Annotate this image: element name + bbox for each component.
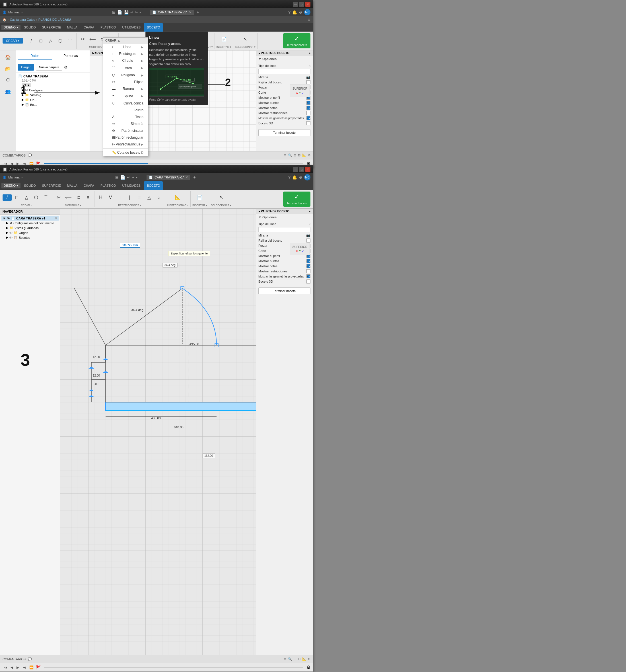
extend-btn-2[interactable]: ⟵ bbox=[64, 194, 73, 201]
line-btn[interactable]: / bbox=[27, 38, 36, 44]
new-folder-btn[interactable]: Nueva carpeta bbox=[36, 64, 63, 71]
tab-chapa[interactable]: CHAPA bbox=[81, 23, 97, 31]
close-btn-2[interactable]: ✕ bbox=[305, 167, 310, 172]
options-section-title-2[interactable]: ▼ Opciones bbox=[256, 214, 313, 220]
file-config[interactable]: ▶⚙Configurar bbox=[17, 88, 89, 93]
breadcrumb-path1[interactable]: Casita para Gatos bbox=[10, 18, 35, 21]
tab-utilidades-2[interactable]: UTILIDADES bbox=[119, 181, 143, 190]
tab-utilidades[interactable]: UTILIDADES bbox=[119, 23, 143, 31]
file-bocetos[interactable]: ▶📋Bo… bbox=[17, 102, 89, 107]
sidebar-home-icon[interactable]: 🏠 bbox=[3, 53, 13, 62]
rejilla-checkbox[interactable] bbox=[307, 80, 310, 84]
toolbar-undo-icon-2[interactable]: ↩ bbox=[127, 175, 130, 179]
toolbar-more-icon-2[interactable]: ▾ bbox=[136, 176, 138, 179]
settings-icon[interactable]: ⚙ bbox=[299, 10, 303, 15]
extend-btn[interactable]: ⟵ bbox=[88, 36, 97, 42]
toolbar-grid-icon-2[interactable]: ⊞ bbox=[115, 175, 119, 179]
tipo-linea-display[interactable] bbox=[258, 69, 310, 74]
timeline-track-2[interactable] bbox=[44, 667, 303, 668]
menu-spline[interactable]: 〜 Spline ▶ bbox=[103, 92, 148, 100]
rect-btn[interactable]: □ bbox=[37, 38, 46, 44]
perp-btn-2[interactable]: ⊥ bbox=[116, 194, 125, 201]
display-icon[interactable]: ⊕ bbox=[308, 153, 310, 157]
tab-datos[interactable]: Datos bbox=[18, 52, 52, 60]
crear-btn[interactable]: CREAR▸ bbox=[3, 38, 23, 44]
menu-poligono[interactable]: ⬡ Polígono ▶ bbox=[103, 72, 148, 78]
tab-solido-2[interactable]: SÓLIDO bbox=[21, 181, 39, 190]
file-origin[interactable]: ▶📁Or… bbox=[17, 97, 89, 102]
tab-chapa-2[interactable]: CHAPA bbox=[81, 181, 97, 190]
user-avatar[interactable]: MC bbox=[304, 9, 310, 15]
menu-simetria[interactable]: ⇔ Simetría bbox=[103, 120, 148, 127]
menu-curva-conica[interactable]: ∪ Curva cónica bbox=[103, 100, 148, 107]
menu-arco[interactable]: ⌒ Arco ▶ bbox=[103, 64, 148, 72]
break-btn-2[interactable]: ⊂ bbox=[74, 194, 83, 201]
finish-sketch-btn-2[interactable]: ✓ Terminar boceto bbox=[283, 192, 310, 207]
maximize-btn[interactable]: □ bbox=[299, 2, 304, 7]
vert-btn-2[interactable]: V bbox=[106, 194, 115, 201]
zoom-icon-2[interactable]: 🔍 bbox=[288, 657, 292, 661]
arc-btn-2[interactable]: ⌒ bbox=[41, 194, 50, 201]
nav-item-vistas[interactable]: ▶ 📁 Vistas guardadas bbox=[1, 225, 58, 230]
timeline-settings-icon-2[interactable]: ⚙ bbox=[307, 665, 310, 670]
tab-boceto[interactable]: BOCETO bbox=[144, 23, 163, 31]
zoom-icon[interactable]: 🔍 bbox=[288, 153, 292, 157]
toolbar-undo-icon[interactable]: ↩ bbox=[130, 10, 133, 14]
timeline-end-btn-2[interactable]: ⏩ bbox=[28, 665, 35, 670]
rejilla-checkbox-2[interactable] bbox=[307, 239, 310, 242]
tipo-linea-select-icon[interactable]: ‹ bbox=[309, 64, 310, 68]
menu-punto[interactable]: + Punto bbox=[103, 107, 148, 114]
insert-btn[interactable]: 📄 bbox=[219, 36, 228, 42]
tab-close-icon[interactable]: ✕ bbox=[189, 10, 192, 14]
maximize-btn-2[interactable]: □ bbox=[299, 167, 304, 172]
cotas-checkbox[interactable]: ✓ bbox=[307, 106, 310, 110]
options-section-title[interactable]: ▼ Opciones bbox=[256, 56, 313, 62]
user-name[interactable]: Mariana bbox=[8, 10, 20, 14]
toolbar-file-icon-2[interactable]: 📄 bbox=[120, 175, 125, 179]
toolbar-save-icon[interactable]: 💾 bbox=[124, 10, 129, 15]
rect-btn-2[interactable]: □ bbox=[12, 194, 21, 201]
cotas-checkbox-2[interactable]: ✓ bbox=[307, 264, 310, 268]
restricciones-checkbox[interactable] bbox=[307, 111, 310, 115]
document-tab[interactable]: 📄 CARA TRASERA v1* ✕ bbox=[150, 10, 194, 15]
inspect-btn-2[interactable]: 📐 bbox=[173, 194, 183, 201]
minimize-btn[interactable]: — bbox=[293, 2, 298, 7]
poly-btn-2[interactable]: ⬡ bbox=[31, 194, 41, 201]
sidebar-folder-icon[interactable]: 📂 bbox=[3, 64, 13, 73]
boceto3d-checkbox-2[interactable] bbox=[307, 280, 310, 284]
help-icon-2[interactable]: ? bbox=[288, 175, 290, 179]
tab-superficie-2[interactable]: SUPERFICIE bbox=[39, 181, 64, 190]
design-dropdown[interactable]: DISEÑO ▾ bbox=[1, 25, 21, 30]
menu-rectangulo[interactable]: □ Rectángulo ▶ bbox=[103, 50, 148, 57]
design-dropdown-2[interactable]: DISEÑO ▾ bbox=[1, 183, 21, 188]
fit-icon[interactable]: ⊞ bbox=[294, 153, 296, 157]
display-icon-2[interactable]: ⊕ bbox=[308, 657, 310, 661]
parallel-btn-2[interactable]: ∥ bbox=[125, 194, 134, 201]
menu-circulo[interactable]: ○ Círculo ▶ bbox=[103, 57, 148, 64]
palette-expand-icon-2[interactable]: » bbox=[309, 210, 310, 213]
comments-label-2[interactable]: COMENTARIOS bbox=[3, 657, 26, 661]
select-btn[interactable]: ↖ bbox=[241, 36, 250, 42]
file-version[interactable]: V1 ▼ bbox=[17, 83, 89, 88]
tri-btn-2[interactable]: △ bbox=[22, 194, 31, 201]
menu-proyectar[interactable]: ⊳ Proyectar/Incluir ▶ bbox=[103, 141, 148, 148]
tab-personas[interactable]: Personas bbox=[53, 52, 88, 60]
arc-btn[interactable]: ⌒ bbox=[66, 38, 75, 44]
trim-btn-2[interactable]: ✂ bbox=[54, 194, 63, 201]
measure-icon[interactable]: 📐 bbox=[302, 153, 306, 157]
equal-btn-2[interactable]: = bbox=[135, 194, 144, 201]
grid-icon-2[interactable]: ⊟ bbox=[298, 657, 300, 661]
tab-boceto-2[interactable]: BOCETO bbox=[144, 181, 163, 190]
menu-cota[interactable]: 📏 Cota de boceto D bbox=[103, 149, 148, 156]
orbit-icon-2[interactable]: ⊕ bbox=[284, 657, 286, 661]
poly-btn[interactable]: ⬡ bbox=[56, 38, 65, 44]
trim-btn[interactable]: ✂ bbox=[78, 36, 87, 42]
new-tab-icon[interactable]: + bbox=[197, 10, 199, 15]
menu-patron-circular[interactable]: ⊙ Patrón circular bbox=[103, 127, 148, 134]
horiz-btn-2[interactable]: H bbox=[96, 194, 105, 201]
nav-item-origen[interactable]: ▶ 👁 📁 Origen bbox=[1, 230, 58, 235]
grid-icon[interactable]: ⊟ bbox=[298, 153, 300, 157]
comments-label[interactable]: COMENTARIOS bbox=[3, 154, 26, 157]
menu-ranura[interactable]: ▬ Ranura ▶ bbox=[103, 86, 148, 92]
finish-sketch-btn-panel-2[interactable]: Terminar boceto bbox=[258, 287, 310, 294]
